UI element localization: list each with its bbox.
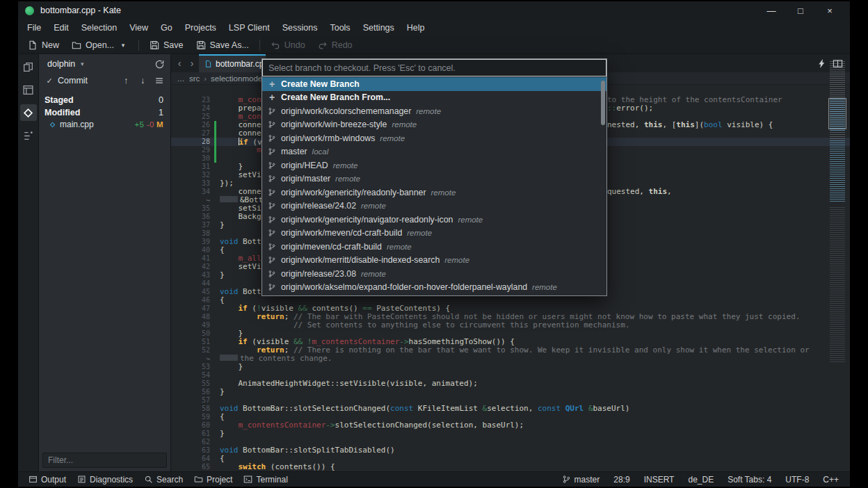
save-button[interactable]: Save bbox=[144, 38, 189, 52]
git-filter-input[interactable] bbox=[42, 453, 167, 468]
branch-item[interactable]: masterlocal bbox=[262, 145, 606, 159]
menu-help[interactable]: Help bbox=[401, 21, 431, 35]
statusbar-utf-8[interactable]: UTF-8 bbox=[780, 473, 814, 486]
menu-lsp-client[interactable]: LSP Client bbox=[223, 21, 276, 35]
statusbar-master[interactable]: master bbox=[556, 473, 606, 486]
statusbar-de-de[interactable]: de_DE bbox=[682, 473, 719, 486]
git-group-modified[interactable]: Modified1 bbox=[39, 106, 170, 119]
branch-icon bbox=[268, 256, 276, 264]
branch-item[interactable]: origin/work/genericity/readonly-bannerre… bbox=[262, 186, 606, 200]
branch-icon bbox=[268, 174, 276, 183]
menu-view[interactable]: View bbox=[123, 21, 154, 35]
menu-selection[interactable]: Selection bbox=[75, 21, 123, 35]
push-button[interactable]: ↑ bbox=[121, 76, 131, 86]
branch-item[interactable]: origin/release/23.08remote bbox=[262, 267, 606, 281]
statusbar-soft-tabs-4[interactable]: Soft Tabs: 4 bbox=[722, 473, 777, 486]
git-file-row[interactable]: main.cpp+5 -0 M bbox=[39, 119, 170, 130]
file-type-icon bbox=[204, 60, 212, 68]
close-button[interactable]: × bbox=[815, 1, 844, 19]
branch-item[interactable]: +Create New Branch bbox=[262, 77, 606, 91]
branch-icon bbox=[268, 243, 276, 251]
new-button[interactable]: New bbox=[22, 38, 65, 52]
branch-item[interactable]: origin/work/kcolorschememanagerremote bbox=[262, 104, 606, 118]
menu-tools[interactable]: Tools bbox=[323, 21, 356, 35]
branch-list: +Create New Branch+Create New Branch Fro… bbox=[262, 76, 606, 295]
branch-item[interactable]: origin/HEADremote bbox=[262, 158, 606, 172]
plus-icon: + bbox=[268, 93, 276, 101]
main-area: dolphin ▾ ✓ Commit ↑ ↓ Staged0Modified1m… bbox=[18, 54, 850, 471]
statusbar-project[interactable]: Project bbox=[189, 473, 237, 486]
code-line: 49 // Set contents to anything else to c… bbox=[171, 321, 850, 330]
branch-icon bbox=[268, 229, 276, 237]
save-as-button[interactable]: Save As... bbox=[191, 38, 255, 52]
statusbar-diagnostics[interactable]: Diagnostics bbox=[72, 473, 138, 486]
menu-go[interactable]: Go bbox=[154, 21, 179, 35]
branch-item[interactable]: origin/work/akselmo/expand-folder-on-hov… bbox=[262, 281, 606, 295]
menu-sessions[interactable]: Sessions bbox=[276, 21, 324, 35]
statusbar-28-9[interactable]: 28:9 bbox=[608, 473, 635, 486]
statusbar-c++[interactable]: C++ bbox=[817, 473, 844, 486]
menu-edit[interactable]: Edit bbox=[47, 21, 75, 35]
popup-scrollbar[interactable] bbox=[601, 81, 605, 125]
statusbar: OutputDiagnosticsSearchProjectTerminal m… bbox=[18, 471, 850, 487]
statusbar-search[interactable]: Search bbox=[139, 473, 188, 486]
branch-checkout-popup: +Create New Branch+Create New Branch Fro… bbox=[262, 58, 607, 296]
branch-item[interactable]: origin/work/win-breeze-styleremote bbox=[262, 118, 606, 132]
statusbar-terminal[interactable]: Terminal bbox=[239, 473, 292, 486]
commit-button[interactable]: ✓ Commit bbox=[45, 76, 114, 86]
menu-projects[interactable]: Projects bbox=[179, 21, 223, 35]
branch-icon bbox=[562, 475, 571, 484]
git-panel: dolphin ▾ ✓ Commit ↑ ↓ Staged0Modified1m… bbox=[39, 54, 171, 471]
tool-git-button[interactable] bbox=[20, 104, 37, 121]
branch-item[interactable]: origin/work/meven/cd-craft-buildremote bbox=[262, 227, 606, 241]
minimap-lines-tail bbox=[830, 207, 845, 363]
pull-button[interactable]: ↓ bbox=[138, 76, 147, 86]
chevron-down-icon: ▾ bbox=[118, 40, 128, 50]
minimize-button[interactable]: — bbox=[757, 1, 786, 19]
branch-item[interactable]: origin/work/merritt/disable-indexed-sear… bbox=[262, 254, 606, 268]
tool-strip bbox=[18, 54, 39, 471]
tool-filesystem-button[interactable] bbox=[20, 81, 37, 98]
forward-button[interactable]: › bbox=[186, 54, 198, 72]
toolbar: NewOpen...▾SaveSave As...UndoRedo bbox=[18, 36, 850, 54]
minimap-scrollbar[interactable] bbox=[828, 60, 847, 467]
back-button[interactable]: ‹ bbox=[174, 54, 185, 72]
branch-item[interactable]: origin/meven/cd-craft-buildremote bbox=[262, 240, 606, 254]
open-button[interactable]: Open...▾ bbox=[66, 38, 134, 52]
tool-documents-button[interactable] bbox=[20, 58, 37, 75]
project-selector[interactable]: dolphin ▾ bbox=[43, 58, 152, 70]
branch-item[interactable]: origin/masterremote bbox=[262, 172, 606, 186]
git-group-staged[interactable]: Staged0 bbox=[39, 94, 170, 106]
undo-button[interactable]: Undo bbox=[265, 38, 311, 52]
branch-item[interactable]: +Create New Branch From... bbox=[262, 91, 606, 105]
git-menu-button[interactable] bbox=[154, 76, 164, 86]
breadcrumb-selectionmode[interactable]: selectionmode bbox=[211, 74, 262, 83]
statusbar-output[interactable]: Output bbox=[24, 473, 71, 486]
maximize-button[interactable]: □ bbox=[786, 1, 815, 19]
branch-item[interactable]: origin/work/genericity/navigator-readonl… bbox=[262, 213, 606, 227]
breadcrumb-src[interactable]: src bbox=[189, 74, 200, 83]
symbols-icon bbox=[22, 130, 34, 142]
tool-symbols-button[interactable] bbox=[20, 127, 37, 144]
branch-icon bbox=[268, 188, 276, 197]
minimap-viewport[interactable] bbox=[828, 98, 846, 129]
code-line: 58void BottomBar::slotSelectionChanged(c… bbox=[171, 405, 850, 413]
branch-item[interactable]: origin/release/24.02remote bbox=[262, 200, 606, 213]
statusbar-insert[interactable]: INSERT bbox=[638, 473, 680, 486]
branch-item[interactable]: origin/work/rmb-windowsremote bbox=[262, 131, 606, 145]
menubar: FileEditSelectionViewGoProjectsLSP Clien… bbox=[18, 19, 850, 36]
branch-icon bbox=[268, 134, 276, 143]
git-diamond-icon bbox=[22, 106, 35, 120]
menu-settings[interactable]: Settings bbox=[357, 21, 401, 35]
menu-file[interactable]: File bbox=[21, 21, 47, 35]
tab-bottombar-cpp[interactable]: bottombar.cpp bbox=[199, 54, 266, 72]
code-line: ↪the contents change. bbox=[171, 355, 850, 363]
branch-search-input[interactable] bbox=[262, 59, 606, 76]
lightning-icon[interactable] bbox=[817, 58, 827, 69]
redo-button[interactable]: Redo bbox=[312, 38, 358, 52]
new-doc-icon bbox=[28, 40, 38, 50]
code-line: 61} bbox=[171, 430, 850, 438]
more-icon: … bbox=[177, 74, 185, 83]
refresh-button[interactable] bbox=[154, 59, 165, 70]
open-folder-icon bbox=[72, 40, 81, 50]
